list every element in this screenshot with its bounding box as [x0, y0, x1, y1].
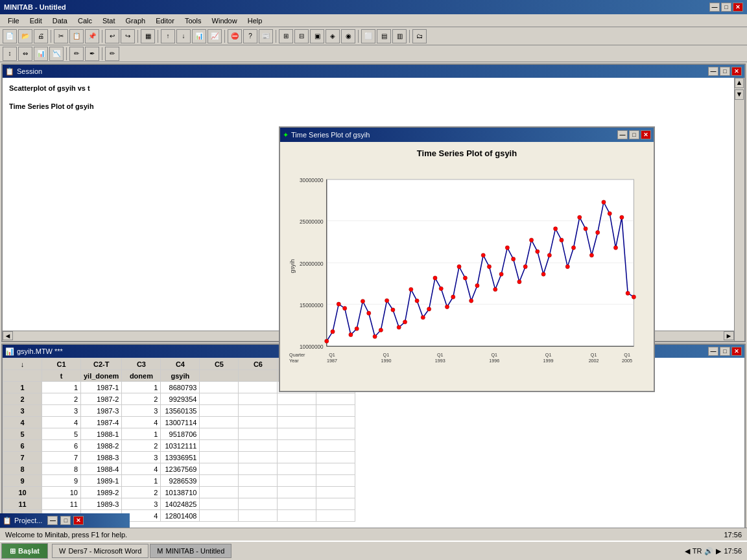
menu-calc[interactable]: Calc: [73, 16, 97, 26]
tb-cut[interactable]: ✂: [54, 29, 68, 43]
tb-copy[interactable]: 📋: [69, 29, 84, 43]
cell-c5[interactable]: [200, 510, 239, 522]
tb-b2[interactable]: ↓: [176, 29, 191, 43]
tb-report[interactable]: 📰: [259, 29, 273, 43]
cell-c6[interactable]: [239, 405, 278, 417]
menu-editor[interactable]: Editor: [150, 16, 180, 26]
cell-c6[interactable]: [239, 498, 278, 510]
tb2-g[interactable]: ✏: [105, 47, 119, 61]
tb-manage[interactable]: 🗂: [412, 29, 427, 43]
cell-c1[interactable]: 8: [42, 463, 81, 475]
cell-c3[interactable]: 3: [122, 452, 161, 463]
cell-empty[interactable]: [278, 510, 316, 522]
cell-c2[interactable]: 1988-3: [81, 452, 122, 463]
cell-c2[interactable]: 1987-1: [81, 382, 122, 393]
tb-b1[interactable]: ↑: [161, 29, 175, 43]
session-scrollbar[interactable]: ▲ ▼: [734, 78, 744, 342]
cell-c17[interactable]: [316, 393, 355, 405]
cell-c17[interactable]: [316, 405, 355, 417]
tb-open[interactable]: 📂: [18, 29, 32, 43]
cell-c17[interactable]: [316, 428, 355, 440]
cell-c3[interactable]: 4: [122, 417, 161, 428]
tb2-e[interactable]: ✏: [69, 47, 84, 61]
taskbar-minitab[interactable]: M MINITAB - Untitled: [150, 544, 231, 558]
cell-c6[interactable]: [239, 475, 278, 487]
table-row[interactable]: 2 2 1987-2 2 9929354: [3, 393, 355, 405]
cell-c3[interactable]: 3: [122, 405, 161, 417]
cell-c2[interactable]: 1987-3: [81, 405, 122, 417]
cell-c5[interactable]: [200, 463, 239, 475]
table-row[interactable]: 8 8 1988-4 4 12367569: [3, 463, 355, 475]
tb2-c[interactable]: 📊: [34, 47, 48, 61]
data-minimize[interactable]: —: [708, 347, 718, 356]
table-row[interactable]: 11 11 1989-3 3 14024825: [3, 498, 355, 510]
tb-paste[interactable]: 📌: [85, 29, 99, 43]
cell-c5[interactable]: [200, 498, 239, 510]
cell-c3[interactable]: 2: [122, 487, 161, 498]
cell-c3[interactable]: 2: [122, 393, 161, 405]
tb-b4[interactable]: 📈: [208, 29, 222, 43]
cell-c6[interactable]: [239, 440, 278, 452]
cell-c4[interactable]: 12367569: [161, 463, 200, 475]
cell-c1[interactable]: 2: [42, 393, 81, 405]
cell-c1[interactable]: 10: [42, 487, 81, 498]
tb-c1[interactable]: ⊞: [279, 29, 293, 43]
cell-c4[interactable]: 13936951: [161, 452, 200, 463]
cell-c2[interactable]: 1988-2: [81, 440, 122, 452]
cell-c6[interactable]: [239, 428, 278, 440]
tb-redo[interactable]: ↪: [121, 29, 135, 43]
cell-c3[interactable]: 1: [122, 382, 161, 393]
cell-c5[interactable]: [200, 417, 239, 428]
cell-c6[interactable]: [239, 382, 278, 393]
cell-c3[interactable]: 1: [122, 475, 161, 487]
cell-c2[interactable]: 1989-1: [81, 475, 122, 487]
cell-empty[interactable]: [278, 463, 316, 475]
cell-c2[interactable]: 1988-1: [81, 428, 122, 440]
cell-empty[interactable]: [278, 498, 316, 510]
menu-stat[interactable]: Stat: [97, 16, 121, 26]
tb-c5[interactable]: ◉: [341, 29, 355, 43]
cell-c1[interactable]: 3: [42, 405, 81, 417]
tb-b3[interactable]: 📊: [192, 29, 206, 43]
plot-close[interactable]: ✕: [641, 130, 651, 139]
tb-undo[interactable]: ↩: [105, 29, 119, 43]
cell-c1[interactable]: 11: [42, 498, 81, 510]
app-minimize-button[interactable]: —: [709, 3, 720, 12]
session-maximize[interactable]: □: [720, 67, 730, 76]
cell-c1[interactable]: 7: [42, 452, 81, 463]
cell-c17[interactable]: [316, 463, 355, 475]
tb-help[interactable]: ?: [243, 29, 257, 43]
cell-c5[interactable]: [200, 393, 239, 405]
cell-c6[interactable]: [239, 463, 278, 475]
menu-tools[interactable]: Tools: [180, 16, 207, 26]
table-row[interactable]: 6 6 1988-2 2 10312111: [3, 440, 355, 452]
cell-c3[interactable]: 1: [122, 428, 161, 440]
tb-c4[interactable]: ◈: [326, 29, 340, 43]
cell-c17[interactable]: [316, 487, 355, 498]
cell-empty[interactable]: [278, 428, 316, 440]
session-minimize[interactable]: —: [708, 67, 718, 76]
tb-print[interactable]: 🖨: [34, 29, 48, 43]
cell-c5[interactable]: [200, 382, 239, 393]
cell-c17[interactable]: [316, 440, 355, 452]
cell-c17[interactable]: [316, 417, 355, 428]
cell-c6[interactable]: [239, 393, 278, 405]
cell-c4[interactable]: 10312111: [161, 440, 200, 452]
cell-c5[interactable]: [200, 440, 239, 452]
app-maximize-button[interactable]: □: [721, 3, 731, 12]
tb-stop[interactable]: ⛔: [228, 29, 242, 43]
cell-c1[interactable]: 5: [42, 428, 81, 440]
cell-c2[interactable]: 1988-4: [81, 463, 122, 475]
tb-worksheet[interactable]: ▦: [141, 29, 155, 43]
cell-c3[interactable]: 2: [122, 440, 161, 452]
table-row[interactable]: 7 7 1988-3 3 13936951: [3, 452, 355, 463]
cell-c6[interactable]: [239, 417, 278, 428]
project-maximize[interactable]: □: [60, 516, 71, 525]
data-close[interactable]: ✕: [731, 347, 742, 356]
cell-c5[interactable]: [200, 475, 239, 487]
project-bar[interactable]: 📋 Project... — □ ✕: [0, 513, 130, 528]
data-maximize[interactable]: □: [720, 347, 730, 356]
cell-c4[interactable]: 10138710: [161, 487, 200, 498]
tb-c2[interactable]: ⊟: [294, 29, 309, 43]
tb2-d[interactable]: 📉: [49, 47, 64, 61]
